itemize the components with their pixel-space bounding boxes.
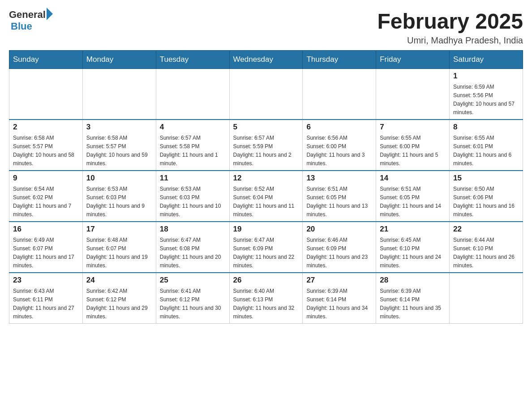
day-number: 6: [306, 123, 372, 132]
calendar-cell: 1Sunrise: 6:59 AMSunset: 5:56 PMDaylight…: [450, 69, 523, 120]
calendar-cell: 21Sunrise: 6:45 AMSunset: 6:10 PMDayligh…: [376, 222, 450, 273]
day-number: 8: [453, 123, 519, 132]
weekday-header-wednesday: Wednesday: [229, 51, 303, 69]
day-info: Sunrise: 6:55 AMSunset: 6:01 PMDaylight:…: [453, 135, 511, 167]
weekday-header-sunday: Sunday: [9, 51, 83, 69]
calendar-cell: 11Sunrise: 6:53 AMSunset: 6:03 PMDayligh…: [156, 171, 229, 222]
calendar-cell: 14Sunrise: 6:51 AMSunset: 6:05 PMDayligh…: [376, 171, 450, 222]
day-number: 7: [380, 123, 446, 132]
day-number: 17: [86, 225, 152, 234]
calendar-cell: 20Sunrise: 6:46 AMSunset: 6:09 PMDayligh…: [303, 222, 376, 273]
day-number: 16: [13, 225, 79, 234]
day-number: 25: [160, 276, 226, 285]
day-number: 27: [306, 276, 372, 285]
day-number: 21: [380, 225, 446, 234]
weekday-header-tuesday: Tuesday: [156, 51, 229, 69]
day-info: Sunrise: 6:43 AMSunset: 6:11 PMDaylight:…: [13, 288, 74, 320]
day-number: 10: [86, 174, 152, 183]
day-number: 23: [13, 276, 79, 285]
calendar-week-row: 23Sunrise: 6:43 AMSunset: 6:11 PMDayligh…: [9, 273, 523, 324]
day-info: Sunrise: 6:42 AMSunset: 6:12 PMDaylight:…: [86, 288, 148, 320]
calendar-week-row: 9Sunrise: 6:54 AMSunset: 6:02 PMDaylight…: [9, 171, 523, 222]
day-number: 14: [380, 174, 446, 183]
calendar-cell: 26Sunrise: 6:40 AMSunset: 6:13 PMDayligh…: [229, 273, 303, 324]
day-info: Sunrise: 6:41 AMSunset: 6:12 PMDaylight:…: [160, 288, 221, 320]
day-number: 11: [160, 174, 226, 183]
calendar-cell: 15Sunrise: 6:50 AMSunset: 6:06 PMDayligh…: [450, 171, 523, 222]
calendar-week-row: 2Sunrise: 6:58 AMSunset: 5:57 PMDaylight…: [9, 120, 523, 171]
day-info: Sunrise: 6:52 AMSunset: 6:04 PMDaylight:…: [233, 186, 295, 218]
day-info: Sunrise: 6:55 AMSunset: 6:00 PMDaylight:…: [380, 135, 438, 167]
day-number: 19: [233, 225, 299, 234]
calendar-cell: [229, 69, 303, 120]
day-info: Sunrise: 6:54 AMSunset: 6:02 PMDaylight:…: [13, 186, 71, 218]
day-info: Sunrise: 6:47 AMSunset: 6:09 PMDaylight:…: [233, 237, 295, 269]
month-title: February 2025: [377, 9, 523, 34]
day-number: 13: [306, 174, 372, 183]
day-number: 12: [233, 174, 299, 183]
calendar-cell: 13Sunrise: 6:51 AMSunset: 6:05 PMDayligh…: [303, 171, 376, 222]
day-number: 28: [380, 276, 446, 285]
title-section: February 2025 Umri, Madhya Pradesh, Indi…: [377, 9, 523, 46]
day-number: 20: [306, 225, 372, 234]
calendar-cell: 25Sunrise: 6:41 AMSunset: 6:12 PMDayligh…: [156, 273, 229, 324]
calendar-cell: 27Sunrise: 6:39 AMSunset: 6:14 PMDayligh…: [303, 273, 376, 324]
logo-arrow-icon: [47, 8, 53, 20]
calendar-cell: [303, 69, 376, 120]
day-number: 22: [453, 225, 519, 234]
day-info: Sunrise: 6:51 AMSunset: 6:05 PMDaylight:…: [380, 186, 441, 218]
day-info: Sunrise: 6:45 AMSunset: 6:10 PMDaylight:…: [380, 237, 441, 269]
day-info: Sunrise: 6:58 AMSunset: 5:57 PMDaylight:…: [13, 135, 74, 167]
calendar-cell: 5Sunrise: 6:57 AMSunset: 5:59 PMDaylight…: [229, 120, 303, 171]
weekday-header-monday: Monday: [82, 51, 156, 69]
day-info: Sunrise: 6:40 AMSunset: 6:13 PMDaylight:…: [233, 288, 295, 320]
day-number: 2: [13, 123, 79, 132]
day-info: Sunrise: 6:57 AMSunset: 5:58 PMDaylight:…: [160, 135, 218, 167]
day-info: Sunrise: 6:50 AMSunset: 6:06 PMDaylight:…: [453, 186, 515, 218]
calendar-cell: 19Sunrise: 6:47 AMSunset: 6:09 PMDayligh…: [229, 222, 303, 273]
calendar-cell: 17Sunrise: 6:48 AMSunset: 6:07 PMDayligh…: [82, 222, 156, 273]
calendar-cell: [156, 69, 229, 120]
day-info: Sunrise: 6:53 AMSunset: 6:03 PMDaylight:…: [160, 186, 221, 218]
calendar-cell: [450, 273, 523, 324]
location-text: Umri, Madhya Pradesh, India: [377, 35, 523, 46]
day-info: Sunrise: 6:58 AMSunset: 5:57 PMDaylight:…: [86, 135, 148, 167]
day-number: 18: [160, 225, 226, 234]
calendar-cell: 24Sunrise: 6:42 AMSunset: 6:12 PMDayligh…: [82, 273, 156, 324]
day-info: Sunrise: 6:49 AMSunset: 6:07 PMDaylight:…: [13, 237, 74, 269]
calendar-cell: [9, 69, 83, 120]
calendar-cell: 18Sunrise: 6:47 AMSunset: 6:08 PMDayligh…: [156, 222, 229, 273]
calendar-cell: 23Sunrise: 6:43 AMSunset: 6:11 PMDayligh…: [9, 273, 83, 324]
calendar-cell: 8Sunrise: 6:55 AMSunset: 6:01 PMDaylight…: [450, 120, 523, 171]
logo-general-text: General: [9, 9, 46, 21]
logo-blue-text: Blue: [11, 21, 32, 32]
calendar-cell: 12Sunrise: 6:52 AMSunset: 6:04 PMDayligh…: [229, 171, 303, 222]
day-number: 5: [233, 123, 299, 132]
day-info: Sunrise: 6:56 AMSunset: 6:00 PMDaylight:…: [306, 135, 365, 167]
calendar-cell: 4Sunrise: 6:57 AMSunset: 5:58 PMDaylight…: [156, 120, 229, 171]
day-number: 9: [13, 174, 79, 183]
calendar-cell: 28Sunrise: 6:39 AMSunset: 6:14 PMDayligh…: [376, 273, 450, 324]
day-number: 26: [233, 276, 299, 285]
day-number: 24: [86, 276, 152, 285]
logo: General Blue: [9, 9, 53, 32]
day-number: 3: [86, 123, 152, 132]
page-header: General Blue February 2025 Umri, Madhya …: [9, 9, 523, 46]
day-info: Sunrise: 6:39 AMSunset: 6:14 PMDaylight:…: [306, 288, 368, 320]
calendar-cell: [82, 69, 156, 120]
calendar-cell: 2Sunrise: 6:58 AMSunset: 5:57 PMDaylight…: [9, 120, 83, 171]
day-info: Sunrise: 6:51 AMSunset: 6:05 PMDaylight:…: [306, 186, 368, 218]
calendar-table: SundayMondayTuesdayWednesdayThursdayFrid…: [9, 50, 523, 324]
day-number: 15: [453, 174, 519, 183]
calendar-cell: 9Sunrise: 6:54 AMSunset: 6:02 PMDaylight…: [9, 171, 83, 222]
day-info: Sunrise: 6:59 AMSunset: 5:56 PMDaylight:…: [453, 84, 515, 116]
calendar-cell: 6Sunrise: 6:56 AMSunset: 6:00 PMDaylight…: [303, 120, 376, 171]
calendar-cell: 22Sunrise: 6:44 AMSunset: 6:10 PMDayligh…: [450, 222, 523, 273]
weekday-header-thursday: Thursday: [303, 51, 376, 69]
day-info: Sunrise: 6:46 AMSunset: 6:09 PMDaylight:…: [306, 237, 368, 269]
calendar-cell: 3Sunrise: 6:58 AMSunset: 5:57 PMDaylight…: [82, 120, 156, 171]
calendar-week-row: 1Sunrise: 6:59 AMSunset: 5:56 PMDaylight…: [9, 69, 523, 120]
day-info: Sunrise: 6:39 AMSunset: 6:14 PMDaylight:…: [380, 288, 441, 320]
calendar-week-row: 16Sunrise: 6:49 AMSunset: 6:07 PMDayligh…: [9, 222, 523, 273]
calendar-cell: [376, 69, 450, 120]
